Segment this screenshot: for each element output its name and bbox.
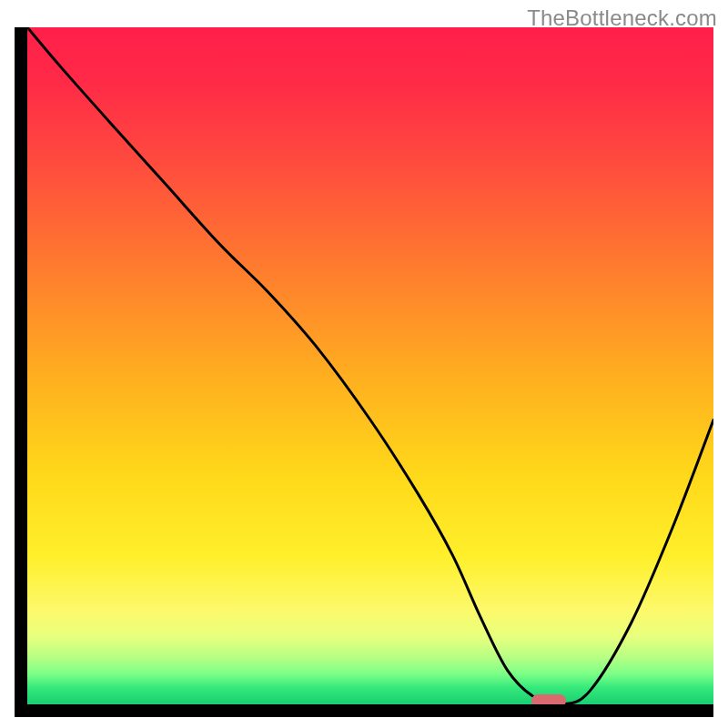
chart-root: TheBottleneck.com: [0, 0, 728, 728]
optimal-point-marker: [531, 694, 566, 704]
curve-path: [27, 27, 713, 704]
plot-area: [27, 27, 713, 704]
bottleneck-curve: [27, 27, 713, 704]
plot-frame: [15, 27, 713, 717]
